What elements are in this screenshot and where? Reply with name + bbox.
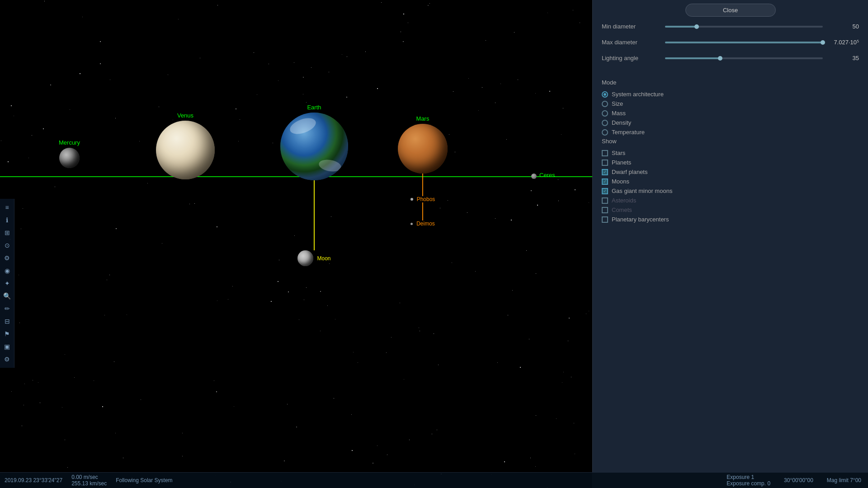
max-diameter-section: Max diameter 7.027·10⁵ — [593, 36, 868, 48]
right-panel: Close Min diameter 50 Max diameter 7.027… — [592, 0, 868, 488]
flag-icon[interactable]: ⚑ — [2, 328, 13, 339]
show-planetary-barycenters-label: Planetary barycenters — [612, 216, 669, 223]
dot-icon[interactable]: ◉ — [2, 265, 13, 276]
mode-size-radio[interactable] — [602, 101, 608, 107]
phobos-group: Phobos — [410, 196, 435, 202]
draw-icon[interactable]: ✏ — [2, 303, 13, 314]
moon-sphere[interactable] — [297, 250, 313, 266]
main-view[interactable]: Mercury Venus Earth Moon Mars — [0, 0, 592, 488]
min-diameter-fill — [665, 26, 697, 28]
show-comets-label: Comets — [612, 206, 632, 213]
grid-icon[interactable]: ⊞ — [2, 227, 13, 238]
max-diameter-value: 7.027·10⁵ — [827, 39, 859, 46]
mars-sphere[interactable] — [398, 124, 448, 174]
ceres-label: Ceres — [539, 172, 555, 178]
earth-system: Earth Moon — [280, 104, 348, 266]
show-gas-giant-minor-moons[interactable]: Gas giant minor moons — [602, 186, 859, 196]
show-stars-checkbox[interactable] — [602, 150, 608, 156]
search-icon[interactable]: 🔍 — [2, 291, 13, 301]
star-icon[interactable]: ✦ — [2, 278, 13, 289]
show-planets[interactable]: Planets — [602, 158, 859, 167]
max-diameter-slider[interactable] — [665, 42, 823, 43]
show-title: Show — [602, 138, 859, 145]
show-stars[interactable]: Stars — [602, 148, 859, 158]
min-diameter-label: Min diameter — [602, 23, 660, 30]
phobos-sphere[interactable] — [410, 198, 413, 201]
max-diameter-thumb[interactable] — [821, 40, 825, 45]
deimos-sphere[interactable] — [410, 223, 413, 225]
datetime-info: 2019.09.23 23°33'24"27 — [5, 477, 62, 483]
mode-size[interactable]: Size — [602, 99, 859, 108]
show-dwarf-planets-checkbox[interactable] — [602, 169, 608, 175]
mode-system-architecture-radio[interactable] — [602, 91, 608, 98]
ceres-sphere[interactable] — [531, 174, 537, 179]
deimos-group: Deimos — [410, 221, 435, 227]
show-planets-checkbox[interactable] — [602, 160, 608, 166]
show-gas-giant-minor-moons-label: Gas giant minor moons — [612, 188, 672, 194]
show-planetary-barycenters[interactable]: Planetary barycenters — [602, 215, 859, 224]
earth-sphere[interactable] — [280, 113, 348, 180]
close-button[interactable]: Close — [685, 4, 776, 17]
max-diameter-fill — [665, 42, 823, 43]
min-diameter-value: 50 — [827, 23, 859, 30]
settings-icon[interactable]: ⚙ — [2, 253, 13, 263]
lighting-angle-value: 35 — [827, 55, 859, 61]
mercury-container[interactable]: Mercury — [59, 139, 80, 168]
coords-info: 30°00'00"00 — [784, 477, 813, 483]
mode-temperature-label: Temperature — [612, 129, 645, 136]
show-dwarf-planets-label: Dwarf planets — [612, 169, 647, 175]
show-comets[interactable]: Comets — [602, 205, 859, 215]
mercury-sphere[interactable] — [59, 148, 80, 168]
mode-title: Mode — [602, 79, 859, 86]
mode-density-radio[interactable] — [602, 120, 608, 126]
show-dwarf-planets[interactable]: Dwarf planets — [602, 167, 859, 177]
mode-mass[interactable]: Mass — [602, 108, 859, 118]
show-asteroids-checkbox[interactable] — [602, 197, 608, 204]
left-toolbar: ≡ ℹ ⊞ ⊙ ⚙ ◉ ✦ 🔍 ✏ ⊟ ⚑ ▣ ⚙ — [0, 199, 14, 368]
show-moons[interactable]: Moons — [602, 177, 859, 186]
mode-mass-radio[interactable] — [602, 110, 608, 117]
mercury-label: Mercury — [59, 139, 80, 146]
mars-system: Mars Phobos Deimos — [398, 115, 448, 227]
lighting-angle-section: Lighting angle 35 — [593, 52, 868, 64]
menu-icon[interactable]: ≡ — [2, 202, 13, 213]
show-stars-label: Stars — [612, 150, 625, 156]
screen-icon[interactable]: ▣ — [2, 341, 13, 352]
earth-label: Earth — [307, 104, 321, 111]
mars-label: Mars — [416, 115, 429, 122]
show-planets-label: Planets — [612, 159, 631, 166]
info-icon[interactable]: ℹ — [2, 215, 13, 225]
show-section: Show Stars Planets Dwarf planets Moons G… — [602, 138, 859, 224]
target-icon[interactable]: ⊙ — [2, 240, 13, 251]
mode-system-architecture-label: System architecture — [612, 91, 664, 98]
deimos-label: Deimos — [416, 221, 435, 227]
moon-label: Moon — [317, 255, 330, 262]
mode-section: Mode System architecture Size Mass Densi… — [602, 79, 859, 137]
show-comets-checkbox[interactable] — [602, 207, 608, 213]
lighting-angle-thumb[interactable] — [718, 56, 722, 61]
show-gas-giant-minor-moons-checkbox[interactable] — [602, 188, 608, 194]
mode-system-architecture[interactable]: System architecture — [602, 89, 859, 99]
show-planetary-barycenters-checkbox[interactable] — [602, 216, 608, 223]
bottom-right-bar: Exposure 1 Exposure comp. 0 30°00'00"00 … — [592, 472, 868, 488]
moon-group: Moon — [297, 250, 330, 266]
venus-label: Venus — [177, 112, 193, 119]
mode-temperature-radio[interactable] — [602, 129, 608, 136]
mode-mass-label: Mass — [612, 110, 626, 117]
deimos-orbit-line — [422, 202, 423, 221]
lighting-angle-fill — [665, 57, 720, 59]
gear-icon[interactable]: ⚙ — [2, 354, 13, 365]
mode-temperature[interactable]: Temperature — [602, 127, 859, 137]
mode-density[interactable]: Density — [602, 118, 859, 127]
minus-icon[interactable]: ⊟ — [2, 316, 13, 327]
min-diameter-slider[interactable] — [665, 26, 823, 28]
venus-sphere[interactable] — [156, 121, 215, 179]
show-asteroids[interactable]: Asteroids — [602, 196, 859, 205]
venus-container[interactable]: Venus — [156, 112, 215, 179]
lighting-angle-slider[interactable] — [665, 57, 823, 59]
min-diameter-thumb[interactable] — [694, 24, 699, 29]
show-asteroids-label: Asteroids — [612, 197, 636, 204]
phobos-label: Phobos — [417, 196, 435, 202]
ceres-container[interactable]: Ceres — [531, 172, 555, 180]
show-moons-checkbox[interactable] — [602, 178, 608, 185]
